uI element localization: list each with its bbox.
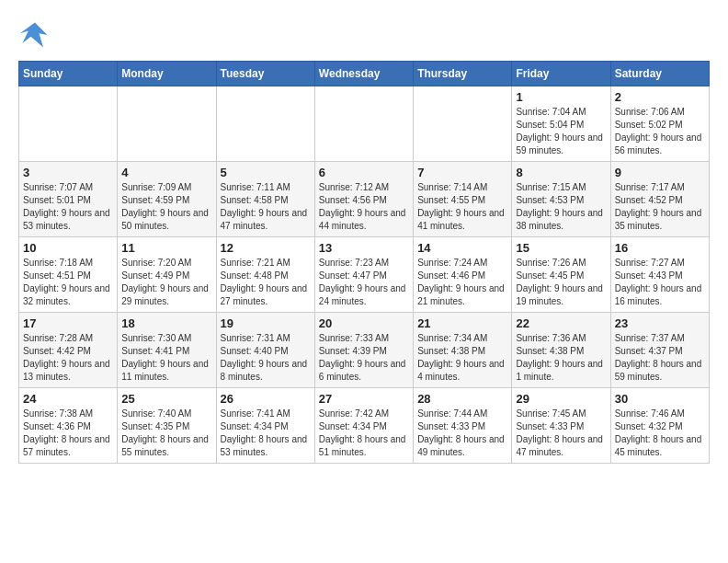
day-number: 24 <box>23 392 113 406</box>
calendar-cell <box>314 86 413 162</box>
calendar-cell: 6Sunrise: 7:12 AM Sunset: 4:56 PM Daylig… <box>314 162 413 237</box>
day-number: 13 <box>319 241 409 255</box>
day-info: Sunrise: 7:12 AM Sunset: 4:56 PM Dayligh… <box>319 181 409 233</box>
day-number: 5 <box>221 166 311 179</box>
calendar-cell: 26Sunrise: 7:41 AM Sunset: 4:34 PM Dayli… <box>216 388 314 464</box>
calendar-week-row: 10Sunrise: 7:18 AM Sunset: 4:51 PM Dayli… <box>19 237 710 313</box>
calendar-cell: 22Sunrise: 7:36 AM Sunset: 4:38 PM Dayli… <box>512 313 610 388</box>
weekday-header: Saturday <box>610 62 709 86</box>
day-number: 14 <box>417 241 507 255</box>
calendar-cell: 24Sunrise: 7:38 AM Sunset: 4:36 PM Dayli… <box>19 388 118 464</box>
day-info: Sunrise: 7:38 AM Sunset: 4:36 PM Dayligh… <box>23 408 113 459</box>
day-number: 4 <box>121 166 211 179</box>
day-info: Sunrise: 7:11 AM Sunset: 4:58 PM Dayligh… <box>221 181 311 233</box>
day-number: 19 <box>221 316 311 330</box>
logo <box>18 18 57 52</box>
calendar-body: 1Sunrise: 7:04 AM Sunset: 5:04 PM Daylig… <box>19 86 710 464</box>
day-info: Sunrise: 7:27 AM Sunset: 4:43 PM Dayligh… <box>615 257 705 308</box>
day-info: Sunrise: 7:06 AM Sunset: 5:02 PM Dayligh… <box>615 106 705 157</box>
calendar-cell: 2Sunrise: 7:06 AM Sunset: 5:02 PM Daylig… <box>610 86 709 162</box>
logo-icon <box>18 18 51 52</box>
weekday-header: Tuesday <box>216 62 314 86</box>
calendar-cell: 13Sunrise: 7:23 AM Sunset: 4:47 PM Dayli… <box>314 237 413 313</box>
day-number: 12 <box>221 241 311 255</box>
calendar-cell: 10Sunrise: 7:18 AM Sunset: 4:51 PM Dayli… <box>19 237 118 313</box>
calendar-cell: 9Sunrise: 7:17 AM Sunset: 4:52 PM Daylig… <box>610 162 709 237</box>
calendar-cell: 28Sunrise: 7:44 AM Sunset: 4:33 PM Dayli… <box>414 388 512 464</box>
calendar-cell: 3Sunrise: 7:07 AM Sunset: 5:01 PM Daylig… <box>19 162 118 237</box>
calendar-cell: 27Sunrise: 7:42 AM Sunset: 4:34 PM Dayli… <box>314 388 413 464</box>
weekday-header: Friday <box>512 62 610 86</box>
calendar-cell: 11Sunrise: 7:20 AM Sunset: 4:49 PM Dayli… <box>118 237 216 313</box>
day-number: 29 <box>516 392 606 406</box>
day-number: 2 <box>615 90 705 104</box>
day-info: Sunrise: 7:46 AM Sunset: 4:32 PM Dayligh… <box>615 408 705 459</box>
day-number: 3 <box>23 166 113 179</box>
day-info: Sunrise: 7:23 AM Sunset: 4:47 PM Dayligh… <box>319 257 409 308</box>
day-info: Sunrise: 7:09 AM Sunset: 4:59 PM Dayligh… <box>121 181 211 233</box>
calendar-cell <box>414 86 512 162</box>
calendar-cell <box>19 86 118 162</box>
calendar-cell: 1Sunrise: 7:04 AM Sunset: 5:04 PM Daylig… <box>512 86 610 162</box>
day-number: 11 <box>121 241 211 255</box>
calendar-cell: 8Sunrise: 7:15 AM Sunset: 4:53 PM Daylig… <box>512 162 610 237</box>
weekday-header: Thursday <box>414 62 512 86</box>
day-info: Sunrise: 7:07 AM Sunset: 5:01 PM Dayligh… <box>23 181 113 233</box>
calendar-cell <box>118 86 216 162</box>
day-info: Sunrise: 7:37 AM Sunset: 4:37 PM Dayligh… <box>615 332 705 384</box>
calendar-cell: 14Sunrise: 7:24 AM Sunset: 4:46 PM Dayli… <box>414 237 512 313</box>
calendar-cell: 12Sunrise: 7:21 AM Sunset: 4:48 PM Dayli… <box>216 237 314 313</box>
day-info: Sunrise: 7:36 AM Sunset: 4:38 PM Dayligh… <box>516 332 606 384</box>
calendar-table: SundayMondayTuesdayWednesdayThursdayFrid… <box>18 61 710 464</box>
calendar-cell: 29Sunrise: 7:45 AM Sunset: 4:33 PM Dayli… <box>512 388 610 464</box>
day-number: 17 <box>23 316 113 330</box>
day-info: Sunrise: 7:41 AM Sunset: 4:34 PM Dayligh… <box>221 408 311 459</box>
calendar-cell <box>216 86 314 162</box>
calendar-cell: 23Sunrise: 7:37 AM Sunset: 4:37 PM Dayli… <box>610 313 709 388</box>
day-number: 25 <box>121 392 211 406</box>
day-number: 9 <box>615 166 705 179</box>
day-info: Sunrise: 7:26 AM Sunset: 4:45 PM Dayligh… <box>516 257 606 308</box>
calendar-week-row: 24Sunrise: 7:38 AM Sunset: 4:36 PM Dayli… <box>19 388 710 464</box>
day-number: 15 <box>516 241 606 255</box>
day-info: Sunrise: 7:04 AM Sunset: 5:04 PM Dayligh… <box>516 106 606 157</box>
day-info: Sunrise: 7:30 AM Sunset: 4:41 PM Dayligh… <box>121 332 211 384</box>
day-info: Sunrise: 7:24 AM Sunset: 4:46 PM Dayligh… <box>417 257 507 308</box>
weekday-header: Sunday <box>19 62 118 86</box>
day-number: 18 <box>121 316 211 330</box>
calendar-week-row: 17Sunrise: 7:28 AM Sunset: 4:42 PM Dayli… <box>19 313 710 388</box>
calendar-cell: 16Sunrise: 7:27 AM Sunset: 4:43 PM Dayli… <box>610 237 709 313</box>
day-info: Sunrise: 7:20 AM Sunset: 4:49 PM Dayligh… <box>121 257 211 308</box>
day-info: Sunrise: 7:31 AM Sunset: 4:40 PM Dayligh… <box>221 332 311 384</box>
calendar-cell: 19Sunrise: 7:31 AM Sunset: 4:40 PM Dayli… <box>216 313 314 388</box>
day-number: 10 <box>23 241 113 255</box>
day-info: Sunrise: 7:44 AM Sunset: 4:33 PM Dayligh… <box>417 408 507 459</box>
header <box>18 18 710 52</box>
day-number: 21 <box>417 316 507 330</box>
calendar-week-row: 1Sunrise: 7:04 AM Sunset: 5:04 PM Daylig… <box>19 86 710 162</box>
day-number: 23 <box>615 316 705 330</box>
day-info: Sunrise: 7:42 AM Sunset: 4:34 PM Dayligh… <box>319 408 409 459</box>
calendar-cell: 15Sunrise: 7:26 AM Sunset: 4:45 PM Dayli… <box>512 237 610 313</box>
weekday-header: Wednesday <box>314 62 413 86</box>
day-info: Sunrise: 7:45 AM Sunset: 4:33 PM Dayligh… <box>516 408 606 459</box>
day-info: Sunrise: 7:28 AM Sunset: 4:42 PM Dayligh… <box>23 332 113 384</box>
day-info: Sunrise: 7:18 AM Sunset: 4:51 PM Dayligh… <box>23 257 113 308</box>
calendar-week-row: 3Sunrise: 7:07 AM Sunset: 5:01 PM Daylig… <box>19 162 710 237</box>
calendar-cell: 20Sunrise: 7:33 AM Sunset: 4:39 PM Dayli… <box>314 313 413 388</box>
calendar-cell: 5Sunrise: 7:11 AM Sunset: 4:58 PM Daylig… <box>216 162 314 237</box>
day-number: 28 <box>417 392 507 406</box>
day-number: 6 <box>319 166 409 179</box>
day-info: Sunrise: 7:34 AM Sunset: 4:38 PM Dayligh… <box>417 332 507 384</box>
day-info: Sunrise: 7:40 AM Sunset: 4:35 PM Dayligh… <box>121 408 211 459</box>
day-number: 20 <box>319 316 409 330</box>
calendar-header: SundayMondayTuesdayWednesdayThursdayFrid… <box>19 62 710 86</box>
weekday-row: SundayMondayTuesdayWednesdayThursdayFrid… <box>19 62 710 86</box>
day-info: Sunrise: 7:17 AM Sunset: 4:52 PM Dayligh… <box>615 181 705 233</box>
calendar-cell: 18Sunrise: 7:30 AM Sunset: 4:41 PM Dayli… <box>118 313 216 388</box>
weekday-header: Monday <box>118 62 216 86</box>
day-number: 7 <box>417 166 507 179</box>
day-number: 30 <box>615 392 705 406</box>
day-number: 22 <box>516 316 606 330</box>
calendar-cell: 4Sunrise: 7:09 AM Sunset: 4:59 PM Daylig… <box>118 162 216 237</box>
